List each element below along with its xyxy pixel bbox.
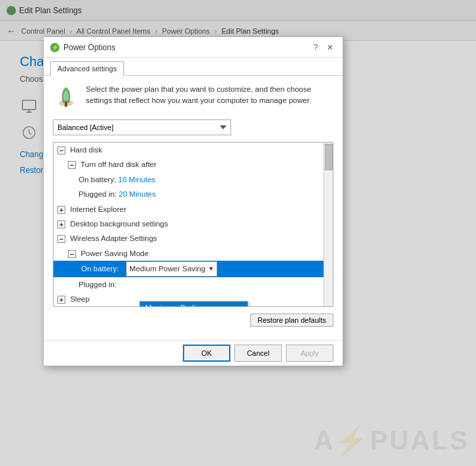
dialog-intro: Select the power plan that you want to c… (53, 84, 333, 110)
expand-internet-explorer[interactable]: + (57, 206, 65, 214)
expand-desktop-background[interactable]: + (57, 220, 65, 228)
plan-select[interactable]: Balanced [Active] Power saver High perfo… (53, 119, 231, 135)
power-saving-mode-label: Power Saving Mode (81, 250, 149, 257)
tree-item-wireless-adapter: − Wireless Adapter Settings (53, 231, 323, 246)
expand-hard-disk[interactable]: − (57, 147, 65, 154)
restore-defaults-row: Restore plan defaults (53, 314, 333, 327)
dialog-title-left: ⚡ Power Options (50, 43, 116, 52)
on-battery-hd-value[interactable]: 10 Minutes (118, 176, 155, 183)
dialog-footer: OK Cancel Apply (44, 340, 343, 366)
internet-explorer-label: Internet Explorer (70, 205, 126, 213)
dialog-title-icon: ⚡ (50, 43, 59, 52)
desktop-background-label: Desktop background settings (70, 220, 168, 228)
expand-sleep[interactable]: + (57, 296, 65, 304)
plugged-in-hd-value[interactable]: 20 Minutes (119, 190, 156, 198)
tree-item-plugged-in-wireless: Plugged in: (53, 277, 323, 292)
ok-button[interactable]: OK (183, 345, 230, 362)
dialog-title-text: Power Options (63, 43, 116, 52)
dialog-body: Select the power plan that you want to c… (44, 76, 343, 340)
battery-dropdown-trigger[interactable]: Medium Power Saving ▼ (126, 261, 217, 276)
tab-advanced-settings[interactable]: Advanced settings (50, 61, 124, 76)
sleep-label: Sleep (70, 295, 89, 303)
plan-dropdown-row: Balanced [Active] Power saver High perfo… (53, 119, 333, 135)
restore-plan-defaults-button[interactable]: Restore plan defaults (250, 314, 333, 327)
tree-item-power-saving-mode: − Power Saving Mode (53, 246, 323, 261)
apply-button[interactable]: Apply (286, 345, 333, 362)
tree-item-internet-explorer: + Internet Explorer (53, 202, 323, 216)
dialog-help-button[interactable]: ? (310, 42, 322, 53)
dialog-tab-bar: Advanced settings (44, 58, 343, 76)
power-plan-icon (53, 84, 79, 110)
hard-disk-label: Hard disk (70, 146, 102, 154)
expand-power-saving-mode[interactable]: − (68, 250, 76, 258)
tree-scrollbar[interactable] (323, 143, 333, 306)
wireless-adapter-label: Wireless Adapter Settings (70, 234, 157, 242)
dropdown-popup: Maximum Performance Low Power Saving Med… (139, 301, 248, 307)
dropdown-arrow-icon: ▼ (208, 264, 214, 273)
tree-item-on-battery-hd: On battery: 10 Minutes (53, 172, 323, 187)
cancel-button[interactable]: Cancel (234, 345, 282, 362)
dialog-title-actions: ? ✕ (310, 42, 336, 53)
tree-scroll: − Hard disk − Turn off hard disk after O… (53, 143, 323, 306)
expand-turn-off-hard-disk[interactable]: − (68, 161, 76, 169)
tree-item-on-battery-wireless: On battery: Medium Power Saving ▼ (53, 261, 323, 277)
dialog-intro-text: Select the power plan that you want to c… (86, 84, 333, 107)
dialog-close-button[interactable]: ✕ (324, 42, 336, 53)
tree-item-plugged-in-hd: Plugged in: 20 Minutes (53, 187, 323, 201)
dropdown-option-max-performance[interactable]: Maximum Performance (140, 302, 248, 307)
tree-item-desktop-background: + Desktop background settings (53, 216, 323, 231)
scrollbar-thumb[interactable] (325, 144, 333, 170)
dialog-titlebar: ⚡ Power Options ? ✕ (44, 37, 343, 58)
turn-off-hard-disk-label: Turn off hard disk after (81, 160, 156, 168)
on-battery-selected-label: On battery: (79, 264, 121, 273)
expand-wireless-adapter[interactable]: − (57, 235, 65, 243)
tree-item-hard-disk: − Hard disk (53, 143, 323, 157)
power-options-dialog: ⚡ Power Options ? ✕ Advanced settings Se… (43, 36, 343, 366)
tree-item-turn-off-hard-disk: − Turn off hard disk after (53, 157, 323, 172)
svg-rect-5 (65, 102, 67, 107)
tree-container: − Hard disk − Turn off hard disk after O… (53, 142, 333, 307)
